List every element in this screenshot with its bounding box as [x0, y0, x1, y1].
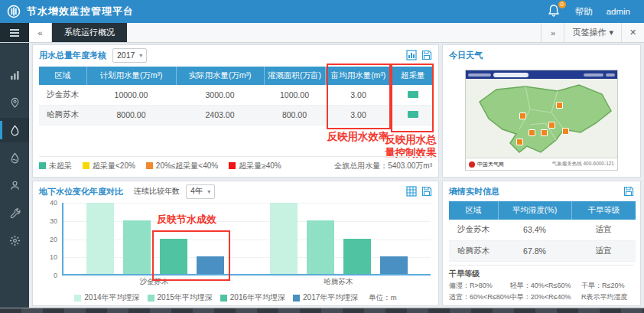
cell-area: 800.00 [264, 105, 325, 125]
help-link[interactable]: 帮助 [575, 6, 593, 18]
tab-operations-label: 页签操作 [572, 27, 606, 38]
y-tick-label: 10 [50, 253, 57, 261]
weather-map[interactable]: 中国天气网 气象服务热线 400-6000-121 [465, 70, 618, 171]
cell-humidity: 63.4% [498, 220, 571, 240]
weather-marker-icon[interactable] [516, 139, 523, 145]
table-row[interactable]: 沙金苏木 63.4% 适宜 [449, 220, 636, 240]
sidebar-item-users[interactable] [0, 173, 29, 197]
legend-swatch [39, 162, 46, 169]
legend-item: 未超采 [39, 161, 72, 171]
notification-bell-icon[interactable]: 0 [548, 4, 564, 19]
year-select[interactable]: 2017 ▾ [112, 48, 147, 63]
weather-marker-icon[interactable] [548, 122, 555, 129]
chevron-down-icon: ▾ [609, 28, 613, 37]
cell-region: 沙金苏木 [39, 85, 86, 105]
menu-icon [9, 28, 20, 37]
legend-item: 超采量≥40% [229, 161, 281, 171]
panel-title: 用水总量年度考核 [39, 50, 106, 61]
save-icon [421, 186, 432, 197]
table-row[interactable]: 沙金苏木 10000.00 3000.00 1000.00 3.00 [39, 85, 434, 105]
chart-view-button[interactable] [406, 50, 417, 60]
sidebar-item-statistics[interactable] [0, 63, 29, 87]
y-tick-label: 40 [50, 199, 57, 207]
cell-per-mu: 3.00 [325, 105, 392, 125]
tabs-scroll-left-button[interactable]: « [29, 23, 52, 42]
chart-bar [343, 239, 371, 275]
status-badge [408, 91, 418, 98]
chart-bar [307, 220, 334, 274]
save-button[interactable] [421, 186, 432, 197]
col-header[interactable]: 干旱等级 [571, 201, 636, 220]
sidebar-item-water-monitor[interactable] [0, 118, 29, 142]
y-tick-label: 30 [50, 217, 57, 225]
compare-years-select[interactable]: 4年 ▾ [186, 184, 215, 199]
sidebar-item-map[interactable] [0, 90, 29, 115]
legend-label: 2015年平均埋深 [158, 292, 213, 303]
legend-swatch [148, 295, 154, 302]
legend-label: 2017年平均埋深 [303, 292, 358, 303]
tab-bar: « 系统运行概况 » 页签操作 ▾ ✕ [0, 23, 644, 43]
col-header[interactable]: 区域 [39, 67, 86, 85]
col-header[interactable]: 超采量 [392, 67, 434, 85]
cell-planned: 8000.00 [86, 105, 176, 125]
map-search-box [493, 73, 529, 77]
legend-swatch [293, 295, 300, 302]
legend-item: 2016年平均埋深 [220, 292, 285, 303]
legend-label: 未超采 [49, 161, 72, 171]
year-select-value: 2017 [117, 51, 135, 60]
sidebar-item-water-saving[interactable] [0, 145, 29, 170]
taskbar-strip [0, 308, 644, 313]
compare-years-value: 4年 [190, 186, 203, 197]
cell-region: 哈腾苏木 [449, 240, 498, 261]
soil-moisture-panel: 墒情实时信息 区域 平均湿度(%) 干旱等级 [442, 181, 641, 306]
water-drop-icon [9, 125, 21, 136]
weather-marker-icon[interactable] [529, 129, 535, 136]
legend-item: 2015年平均埋深 [148, 292, 213, 303]
user-menu[interactable]: admin [607, 7, 630, 16]
table-view-button[interactable] [406, 186, 417, 197]
sidebar-toggle-button[interactable] [0, 23, 29, 42]
weather-marker-icon[interactable] [562, 128, 569, 135]
table-header-row: 区域 计划用水量(万m³) 实际用水量(万m³) 灌溉面积(万亩) 亩均用水量(… [39, 67, 434, 85]
close-tab-button[interactable]: ✕ [621, 23, 644, 42]
col-header[interactable]: 灌溉面积(万亩) [264, 67, 325, 85]
sidebar-item-settings[interactable] [0, 228, 29, 253]
gear-icon [9, 235, 21, 246]
table-row[interactable]: 哈腾苏木 8000.00 2403.00 800.00 3.00 [39, 105, 434, 125]
legend-item: 2017年平均埋深 [293, 292, 358, 303]
legend-swatch [220, 295, 227, 302]
legend-label: 2016年平均埋深 [230, 292, 285, 303]
col-header[interactable]: 区域 [449, 201, 498, 220]
tab-system-overview[interactable]: 系统运行概况 [52, 23, 127, 42]
cell-drought-level: 适宜 [571, 220, 636, 240]
col-header[interactable]: 实际用水量(万m³) [176, 67, 264, 85]
tabs-scroll-right-button[interactable]: » [541, 23, 564, 42]
weather-hotline: 气象服务热线 400-6000-121 [552, 161, 614, 168]
soil-moisture-table: 区域 平均湿度(%) 干旱等级 沙金苏木 63.4% 适宜 哈腾苏木 67.8%… [449, 201, 636, 262]
legend-swatch [229, 162, 236, 169]
panel-title: 地下水位变化年度对比 [39, 186, 123, 197]
weather-site-logo-icon [469, 161, 475, 168]
save-button[interactable] [623, 186, 634, 197]
cell-overdraft-status [392, 105, 434, 125]
col-header[interactable]: 亩均用水量(m³) [325, 67, 392, 85]
sidebar-item-maintenance[interactable] [0, 201, 29, 225]
weather-marker-icon[interactable] [556, 102, 563, 109]
weather-marker-icon[interactable] [519, 112, 526, 119]
col-header[interactable]: 平均湿度(%) [498, 201, 571, 220]
cell-planned: 10000.00 [86, 85, 176, 105]
legend-label: 20%≤超采量<40% [156, 161, 218, 171]
tab-operations-dropdown[interactable]: 页签操作 ▾ [564, 23, 621, 42]
save-button[interactable] [421, 50, 432, 60]
sidebar [0, 43, 29, 308]
groundwater-panel: 地下水位变化年度对比 连续比较年数 4年 ▾ [32, 181, 439, 306]
dashboard-root: 节水增效监控管理平台 0 帮助 admin « 系统运行概况 » 页签操作 [0, 0, 644, 313]
overdraft-legend: 未超采 超采量<20% 20%≤超采量<40% 超采量≥40% 全旗总用水量：5… [39, 156, 432, 174]
drought-item: 适宜：60%<R≤80% [449, 292, 510, 302]
app-header: 节水增效监控管理平台 0 帮助 admin [0, 0, 644, 23]
drought-item: 轻旱：40%<R≤60% [510, 281, 581, 291]
user-icon [9, 180, 21, 191]
col-header[interactable]: 计划用水量(万m³) [86, 67, 176, 85]
table-row[interactable]: 哈腾苏木 67.8% 适宜 [449, 240, 636, 261]
weather-marker-icon[interactable] [541, 129, 548, 136]
